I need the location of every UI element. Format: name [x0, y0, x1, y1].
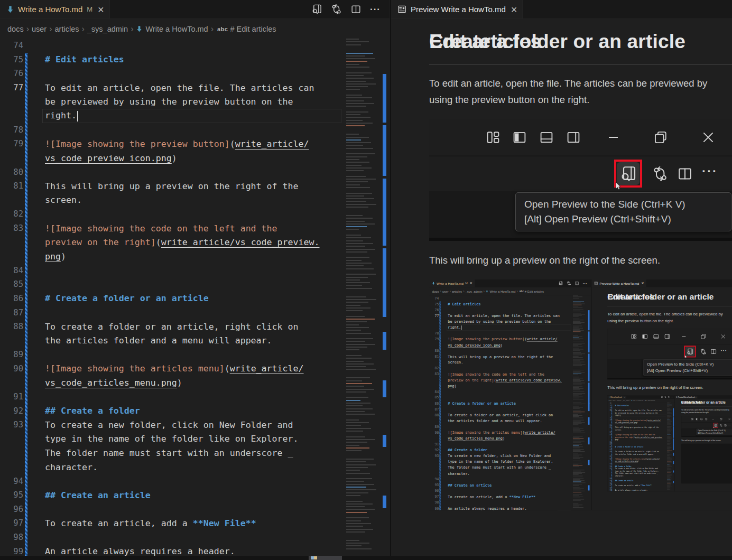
tooltip-line-1: Open Preview to the Side (Ctrl+K V): [647, 361, 729, 368]
customize-layout-icon: [486, 130, 501, 145]
line-number: 82: [607, 432, 611, 433]
tab-label: Preview Write a HowTo.md: [600, 282, 640, 285]
mouse-cursor: [714, 427, 715, 428]
editor-pane: Write a HowTo.md M × ··· docs: [0, 0, 390, 560]
git-modified-gutter-icon: [611, 405, 612, 491]
embedded-image-preview-button: ··· Open Preview to the Side (Ctrl+K V) …: [429, 119, 732, 241]
open-preview-side-icon: [714, 424, 717, 427]
line-number: 86: [607, 446, 611, 447]
line-number: 92: [429, 448, 439, 452]
overview-ruler[interactable]: [382, 39, 389, 556]
breadcrumb-item-heading: # Edit articles: [525, 290, 544, 293]
code-row: 91: [607, 463, 666, 465]
code-text: ![Image showing the preview button](writ…: [615, 419, 661, 421]
code-editor: 7475# Edit articles7677To edit an articl…: [429, 295, 591, 510]
code-text: ## Create an article: [45, 490, 151, 500]
code-row: vs_code_preview_icon.png): [429, 342, 572, 348]
markdown-file-icon: [608, 396, 610, 398]
window-titlebar-image: [429, 119, 732, 155]
code-row: 76: [0, 67, 344, 81]
split-editor-button[interactable]: [350, 4, 362, 15]
more-actions-button[interactable]: ···: [369, 4, 381, 15]
close-icon[interactable]: ×: [98, 4, 104, 15]
code-row: 80: [429, 348, 572, 354]
line-number: 88: [429, 413, 439, 417]
code-text: To create an article, add a **New File**: [615, 485, 652, 487]
close-icon: ×: [624, 396, 625, 398]
code-row: 93To create a new folder, click on New F…: [429, 453, 572, 459]
modified-badge: M: [622, 396, 623, 398]
line-number: 86: [0, 294, 23, 303]
open-preview-side-button[interactable]: [311, 4, 322, 15]
markdown-file-icon: [136, 25, 143, 32]
code-text: # Create a folder or an article: [615, 446, 643, 447]
code-row: 80: [0, 165, 344, 179]
code-row: 86# Create a folder or an article: [607, 446, 666, 449]
breadcrumb-item-file[interactable]: Write a HowTo.md: [145, 25, 208, 33]
code-row: 95## Create an article: [607, 480, 666, 482]
line-number: 97: [0, 518, 23, 528]
more-actions-button: ···: [582, 281, 587, 286]
nested-screenshot-viewport: [681, 444, 732, 483]
breadcrumb-item-articles[interactable]: articles: [55, 25, 79, 33]
code-row: screen.: [429, 360, 572, 366]
code-text: To create a folder or an article, right …: [615, 451, 659, 453]
breadcrumb-item-heading[interactable]: # Edit articles: [230, 25, 276, 33]
text-cursor: [77, 111, 78, 122]
customize-layout-icon: [691, 418, 694, 421]
code-text: preview on the right](write_article/vs_c…: [448, 378, 562, 382]
code-editor: 7475# Edit articles7677To edit an articl…: [607, 402, 674, 491]
breadcrumb-item-user[interactable]: user: [32, 25, 47, 33]
tab-preview: Preview Write a HowTo.md ×: [591, 279, 646, 287]
line-number: 75: [429, 302, 439, 306]
code-row: 93To create a new folder, click on New F…: [0, 418, 344, 432]
open-changes-button: [664, 396, 666, 398]
code-text: ## Create an article: [448, 483, 492, 487]
open-changes-button[interactable]: [330, 4, 342, 15]
code-editor[interactable]: 7475# Edit articles7677To edit an articl…: [0, 39, 390, 556]
code-text: The folder name must start with an under…: [615, 473, 658, 474]
code-text: To create a new folder, click on New Fol…: [45, 420, 293, 430]
line-number: 77: [0, 83, 23, 92]
editor-rows: 7475# Edit articles7677To edit an articl…: [429, 295, 572, 510]
open-changes-icon: [653, 166, 668, 181]
code-text: To edit an article, open the file. The a…: [448, 314, 560, 318]
close-window-icon: [701, 130, 716, 145]
tab-label: Preview Write a HowTo.md: [678, 396, 694, 398]
split-editor-button: [668, 396, 670, 398]
minimap: [572, 295, 588, 510]
close-icon[interactable]: ×: [511, 4, 517, 15]
markdown-file-icon: [486, 290, 488, 293]
breadcrumb-item-docs[interactable]: docs: [7, 25, 24, 33]
image-bottom-strip: [681, 436, 732, 437]
code-text: This will bring up a preview on the righ…: [615, 427, 659, 428]
line-number: 85: [429, 396, 439, 399]
split-editor-icon: [724, 424, 727, 427]
markdown-file-icon: [432, 282, 435, 285]
code-text: To create a new folder, click on New Fol…: [448, 454, 551, 458]
line-number: 79: [0, 139, 23, 148]
tab-write-a-howto: Write a HowTo.md M ×: [607, 396, 626, 399]
tab-write-a-howto[interactable]: Write a HowTo.md M ×: [0, 0, 110, 18]
tab-preview[interactable]: Preview Write a HowTo.md ×: [391, 0, 523, 18]
code-row: right.: [0, 109, 344, 123]
chevron-right-icon: ›: [211, 24, 214, 34]
line-number: 97: [607, 485, 611, 487]
symbol-string-icon: abc: [520, 290, 524, 293]
preview-pane: Preview Write a HowTo.md × Edit articles…: [674, 396, 732, 491]
tab-label: Write a HowTo.md: [437, 282, 464, 285]
preview-paragraph-1: To edit an article, open the file. The a…: [429, 75, 725, 108]
chevron-right-icon: ›: [450, 290, 451, 293]
breadcrumb-item-sys-admin[interactable]: _sys_admin: [87, 25, 128, 33]
open-preview-side-button: [661, 396, 663, 398]
code-text: be previewed by using the preview button…: [45, 97, 293, 107]
minimap[interactable]: [344, 39, 382, 556]
line-number: 93: [607, 468, 611, 470]
code-row: 86# Create a folder or an article: [429, 400, 572, 406]
nested-screenshot-viewport: Write a HowTo.md M × ··· docs: [607, 396, 732, 491]
toggle-sidebar-left-icon: [696, 418, 698, 421]
editor-pane: Write a HowTo.md M × ··· docs: [607, 396, 674, 491]
line-number: 82: [0, 209, 23, 219]
code-row: 79![Image showing the preview button](wr…: [607, 419, 666, 422]
code-row: 88To create a folder or an article, righ…: [0, 320, 344, 334]
